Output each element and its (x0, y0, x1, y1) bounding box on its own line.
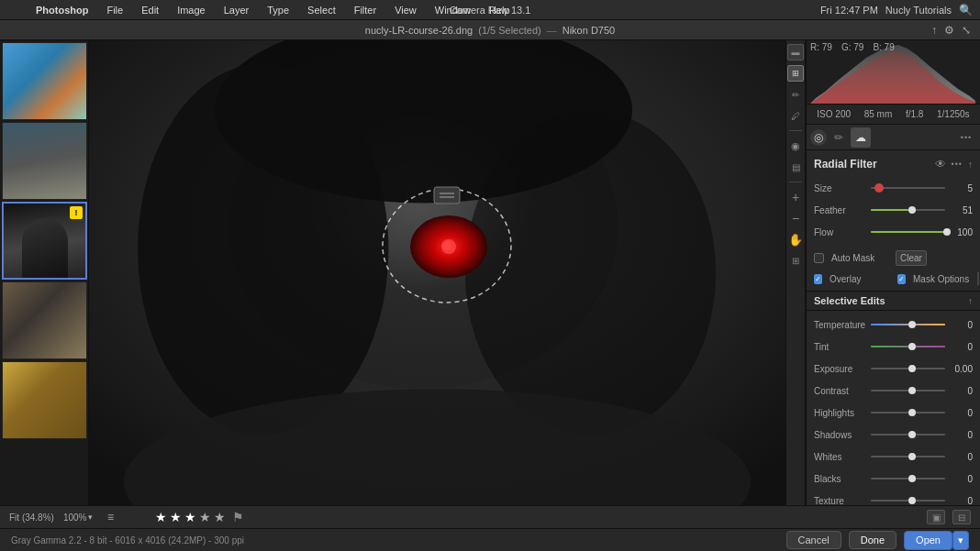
menu-view[interactable]: View (392, 3, 419, 17)
star-5[interactable]: ★ (214, 510, 226, 524)
crop-sidebar-icon[interactable]: ⊞ (787, 65, 804, 82)
hand-icon[interactable]: ✋ (787, 231, 804, 248)
zoom-control[interactable]: 100% ▾ (63, 512, 94, 523)
title-bar: nucly-LR-course-26.dng (1/5 Selected) — … (0, 20, 980, 40)
filmstrip-toggle-icon[interactable]: ≡ (102, 509, 118, 525)
share-icon[interactable]: ↑ (931, 24, 937, 37)
overlay-checkbox[interactable] (814, 274, 822, 284)
gear-icon[interactable]: ⚙ (944, 24, 954, 37)
menu-right-time: Fri 12:47 PM (820, 5, 878, 16)
temperature-slider (871, 320, 945, 329)
fullscreen-icon[interactable]: ⤡ (962, 24, 971, 37)
tab-brush[interactable]: ☁ (851, 127, 871, 148)
whites-label: Whites (814, 452, 871, 462)
filmstrip-warning-3: ! (70, 206, 83, 219)
contrast-row: Contrast 0 (814, 382, 973, 399)
blacks-thumb[interactable] (908, 475, 916, 482)
compare-view-button[interactable]: ⊟ (952, 510, 971, 524)
feather-slider-thumb[interactable] (908, 206, 916, 214)
svg-point-9 (442, 241, 451, 250)
open-dropdown-button[interactable]: ▾ (952, 531, 969, 550)
separator1 (789, 130, 802, 131)
tab-more[interactable]: ••• (956, 127, 976, 148)
menu-edit[interactable]: Edit (139, 3, 161, 17)
canvas-area (89, 40, 785, 505)
filmstrip-item-5[interactable] (2, 361, 87, 439)
selective-edits-collapse-icon[interactable]: ↑ (968, 296, 973, 306)
maskoptions-checkbox[interactable] (897, 274, 906, 284)
flow-slider-container (871, 227, 945, 237)
size-slider-thumb[interactable] (874, 183, 884, 193)
zoom-dropdown-icon[interactable]: ▾ (88, 512, 93, 522)
tint-row: Tint 0 (814, 338, 973, 355)
pen-sidebar-icon[interactable]: 🖊 (787, 107, 804, 124)
mask-color-dot[interactable] (977, 272, 979, 285)
temperature-thumb[interactable] (908, 321, 916, 328)
brush-sidebar-icon[interactable]: ✏ (787, 86, 804, 103)
shadows-label: Shadows (814, 430, 871, 440)
selective-edits-sliders: Temperature 0 Tint (807, 314, 980, 505)
apple-logo-icon[interactable] (7, 4, 20, 17)
temperature-row: Temperature 0 (814, 316, 973, 333)
menu-filter[interactable]: Filter (351, 3, 379, 17)
grid-icon[interactable]: ⊞ (787, 252, 804, 269)
filter-more-icon[interactable]: ••• (952, 160, 963, 169)
aperture-info: f/1.8 (906, 109, 923, 119)
whites-slider (871, 452, 945, 461)
menu-type[interactable]: Type (264, 3, 292, 17)
flag-icon[interactable]: ⚑ (232, 510, 244, 524)
menu-layer[interactable]: Layer (221, 3, 252, 17)
star-3[interactable]: ★ (184, 510, 196, 524)
texture-thumb[interactable] (908, 497, 916, 504)
radial-filter-overlay[interactable] (379, 185, 515, 306)
filmstrip-item-4[interactable] (2, 281, 87, 359)
clear-button[interactable]: Clear (896, 250, 927, 266)
title-bar-icons: ↑ ⚙ ⤡ (931, 24, 971, 37)
filmstrip-item-3[interactable]: ! (2, 202, 87, 280)
svg-rect-10 (434, 187, 460, 204)
star-4[interactable]: ★ (199, 510, 211, 524)
menu-select[interactable]: Select (305, 3, 339, 17)
automask-checkbox[interactable] (814, 253, 824, 263)
zoom-out-icon[interactable]: − (787, 210, 804, 226)
eye-sidebar-icon[interactable]: ◉ (787, 138, 804, 154)
flow-slider-thumb[interactable] (943, 228, 951, 236)
histogram-area: R: 79 G: 79 B: 79 (807, 40, 980, 105)
main-photo[interactable] (89, 40, 785, 505)
tint-thumb[interactable] (908, 343, 916, 350)
open-button-group: Open ▾ (904, 531, 969, 550)
search-icon[interactable]: 🔍 (959, 4, 973, 17)
histogram-g: G: 79 (841, 42, 863, 52)
whites-thumb[interactable] (908, 453, 916, 460)
tab-pen[interactable]: ✏ (829, 127, 849, 148)
histogram-sidebar-icon[interactable]: ▬ (787, 44, 804, 61)
zoom-in-icon[interactable]: + (787, 189, 804, 205)
menu-file[interactable]: File (104, 3, 126, 17)
star-2[interactable]: ★ (170, 510, 182, 524)
iso-info: ISO 200 (817, 109, 851, 119)
camera-model-label: Nikon D750 (562, 25, 615, 36)
app-name[interactable]: Photoshop (33, 3, 91, 17)
done-button[interactable]: Done (849, 531, 896, 549)
histogram-r: R: 79 (810, 42, 832, 52)
filter-expand-icon[interactable]: ↑ (968, 160, 973, 170)
filmstrip-item-2[interactable] (2, 122, 87, 200)
highlights-thumb[interactable] (908, 409, 916, 416)
filmstrip-item-1[interactable] (2, 42, 87, 120)
menu-image[interactable]: Image (174, 3, 208, 17)
exposure-thumb[interactable] (908, 365, 916, 372)
size-slider-container (871, 183, 945, 193)
filter-eye-icon[interactable]: 👁 (935, 158, 946, 171)
single-view-button[interactable]: ▣ (927, 510, 945, 524)
cancel-button[interactable]: Cancel (786, 531, 841, 549)
open-button[interactable]: Open (904, 531, 952, 550)
tint-slider (871, 342, 945, 351)
tab-radial-circle[interactable]: ◎ (810, 129, 827, 146)
panel-tabs: ◎ ✏ ☁ ••• (807, 125, 980, 150)
size-label: Size (814, 183, 871, 193)
star-1[interactable]: ★ (155, 510, 167, 524)
layers-sidebar-icon[interactable]: ▤ (787, 159, 804, 175)
shadows-thumb[interactable] (908, 431, 916, 438)
selection-label: (1/5 Selected) (478, 25, 541, 36)
contrast-thumb[interactable] (908, 387, 916, 394)
